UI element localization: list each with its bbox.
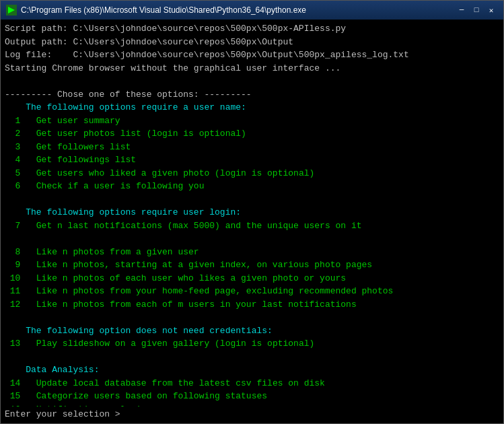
title-bar-text: C:\Program Files (x86)\Microsoft Visual … — [21, 5, 451, 15]
console-line: Log file: C:\Users\johndoe\source\repos\… — [5, 48, 499, 62]
input-prompt: Enter your selection > — [5, 409, 120, 419]
minimize-button[interactable]: ─ — [455, 4, 468, 16]
empty-line — [5, 232, 499, 246]
console-line: Output path: C:\Users\johndoe\source\rep… — [5, 36, 499, 49]
console-line: The following options require user login… — [5, 206, 499, 219]
console-line: 3 Get followers list — [5, 141, 499, 154]
console-line: 11 Like n photos from your home-feed pag… — [5, 285, 499, 298]
maximize-button[interactable]: □ — [470, 4, 483, 16]
console-line: 6 Check if a user is following you — [5, 180, 499, 193]
title-bar-controls: ─ □ ✕ — [455, 4, 498, 16]
console-line: The following options require a user nam… — [5, 101, 499, 114]
console-line: 5 Get users who liked a given photo (log… — [5, 167, 499, 180]
console-line: Data Analysis: — [5, 363, 499, 377]
console-line: 4 Get followings list — [5, 153, 499, 167]
title-bar: C:\Program Files (x86)\Microsoft Visual … — [1, 1, 503, 20]
close-button[interactable]: ✕ — [484, 4, 498, 16]
console-output: Script path: C:\Users\johndoe\source\rep… — [1, 20, 503, 407]
console-line: 8 Like n photos from a given user — [5, 246, 499, 259]
console-line: --------- Chose one of these options: --… — [5, 88, 499, 102]
console-line: 2 Get user photos list (login is optiona… — [5, 127, 499, 141]
empty-line — [5, 193, 499, 207]
selection-input[interactable] — [120, 409, 499, 419]
console-line: 10 Like n photos of each user who likes … — [5, 272, 499, 285]
console-line: 9 Like n photos, starting at a given ind… — [5, 258, 499, 272]
console-line: 7 Get n last notifications (max 5000) an… — [5, 219, 499, 233]
console-line: Starting Chrome browser without the grap… — [5, 62, 499, 75]
console-line: 13 Play slideshow on a given gallery (lo… — [5, 337, 499, 351]
empty-line — [5, 311, 499, 324]
console-line: Script path: C:\Users\johndoe\source\rep… — [5, 22, 499, 36]
terminal-window: C:\Program Files (x86)\Microsoft Visual … — [0, 0, 504, 424]
empty-line — [5, 75, 499, 88]
console-line: 15 Categorize users based on following s… — [5, 390, 499, 403]
input-line: Enter your selection > — [1, 407, 503, 423]
console-line: 12 Like n photos from each of m users in… — [5, 298, 499, 312]
app-icon — [6, 5, 17, 15]
console-line: The following option does not need crede… — [5, 324, 499, 338]
console-line: 1 Get user summary — [5, 114, 499, 128]
console-line: 14 Update local database from the latest… — [5, 377, 499, 390]
empty-line — [5, 351, 499, 364]
